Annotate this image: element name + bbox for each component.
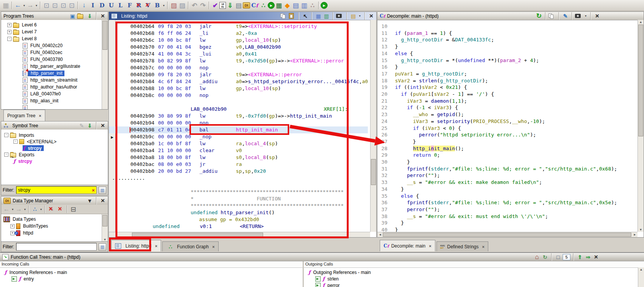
create-undefined-button[interactable]: U xyxy=(107,1,116,10)
dropdown-icon[interactable]: ▾ xyxy=(584,14,588,18)
tree-item-lab-00407fe0[interactable]: LAB_00407fe0 xyxy=(1,90,108,97)
tree-item-imports[interactable]: -Imports xyxy=(1,132,108,138)
memory-out-icon[interactable]: ⊡ xyxy=(51,1,59,10)
tree-item-level-7[interactable]: +Level 7 xyxy=(1,28,108,35)
listing-row-00402b9c[interactable]: 00402b9c00 00 00 00_nop xyxy=(109,133,368,140)
close-icon[interactable]: × xyxy=(593,254,600,261)
decompile-line-20[interactable]: 20 if (puVar1[sVar2 - 1] == '/') { xyxy=(377,91,637,97)
redo-button[interactable]: ↷ xyxy=(199,1,207,10)
decompile-header[interactable]: Cf Decompile: main - (httpd) ↻✎▾× xyxy=(377,12,644,20)
listing-row-00402b90[interactable]: 00402b9030 80 99 8flwt9,-0x7fd0(gp)=>->h… xyxy=(109,113,368,120)
dropdown-icon[interactable]: ▾ xyxy=(23,208,27,211)
listing-row[interactable] xyxy=(109,182,368,189)
edit-icon[interactable]: ✎ xyxy=(562,13,569,20)
decompile-line-25[interactable]: 25 if (iVar3 < 0) { xyxy=(377,125,637,131)
expand-toggle[interactable]: + xyxy=(7,23,12,27)
dtm-filter-input[interactable] xyxy=(16,243,97,251)
clear-filter-icon[interactable]: × xyxy=(92,187,95,193)
memory-map-button[interactable]: ▦ xyxy=(275,1,283,10)
tree-item-http-parser-argillustrate[interactable]: http_parser_argIllustrate xyxy=(1,63,108,70)
close-icon[interactable]: × xyxy=(594,13,601,20)
undo-button[interactable]: ↶ xyxy=(190,1,199,10)
tree-item--external-[interactable]: -<EXTERNAL> xyxy=(1,138,108,145)
create-byte-button[interactable]: B xyxy=(153,1,162,10)
validate-button[interactable]: ✔ xyxy=(211,1,219,10)
decompile-line-13[interactable]: 13 } xyxy=(377,43,637,50)
tree-item-entry[interactable]: entry xyxy=(0,276,303,282)
decompile-line-17[interactable]: 17 puVar1 = g_http_rootDir; xyxy=(377,71,637,77)
tree-item-level-8[interactable]: -Level 8 xyxy=(1,35,108,42)
refresh-icon[interactable]: ↻ xyxy=(535,13,542,20)
tree-item-exports[interactable]: -Exports xyxy=(1,151,108,158)
dropdown-icon[interactable]: ▾ xyxy=(39,208,43,211)
decompile-line-16[interactable]: 16 } xyxy=(377,64,637,70)
copy-icon[interactable] xyxy=(280,13,286,19)
tree-item-incoming-references-main[interactable]: Incoming References - main xyxy=(0,269,303,276)
decompile-line-15[interactable]: 15 g_http_rootDir = *(undefined **)(para… xyxy=(377,57,637,64)
windows-icon[interactable]: □ xyxy=(555,254,562,261)
memory-in-icon[interactable]: ⊡ xyxy=(42,1,51,10)
call-tree-button[interactable]: ∴ xyxy=(259,1,268,10)
listing-header[interactable]: Listing: httpd ↖▦▥▤▾× xyxy=(109,12,376,20)
program-trees-scrollbar[interactable] xyxy=(102,20,108,109)
decompile-line-27[interactable]: 27 } xyxy=(377,138,637,145)
dtm-scrollbar[interactable]: ▼ xyxy=(102,214,108,242)
remove-reference-button[interactable]: R× xyxy=(134,1,143,10)
decompile-line-39[interactable]: 39 } xyxy=(377,220,637,226)
symbol-filter-input[interactable] xyxy=(16,186,97,194)
dropdown-icon[interactable]: ▾ xyxy=(11,208,15,211)
dropdown-icon[interactable]: ▾ xyxy=(358,14,362,18)
expand-toggle[interactable]: + xyxy=(10,224,15,228)
listing-row-00402b94[interactable]: 00402b9400 00 00 00nop xyxy=(109,120,368,126)
decompile-line-30[interactable]: 30 } xyxy=(377,159,637,165)
decompile-line-24[interactable]: 24 iVar3 = setpriority(PRIO_PROCESS,__wh… xyxy=(377,118,637,125)
memory-out2-icon[interactable]: ⊡ xyxy=(68,1,76,10)
listing-row-00402bb0[interactable]: 00402bb020 00 bd 27_addiusp,sp,0x20 xyxy=(109,168,368,175)
patch-apply-icon[interactable]: ▨ xyxy=(178,1,186,10)
table-button[interactable]: ▤ xyxy=(292,1,300,10)
bookmarks-button[interactable]: ▤ xyxy=(234,1,243,10)
tree-item-data-types[interactable]: Data Types xyxy=(1,216,108,223)
forward-button[interactable]: → xyxy=(26,1,35,10)
decompile-line-40[interactable]: 40 } xyxy=(377,226,637,232)
decompile-line-22[interactable]: 22 if (-1 < iVar3) { xyxy=(377,104,637,111)
decompile-line-18[interactable]: 18 sVar2 = strlen(g_http_rootDir); xyxy=(377,77,637,84)
export-icon[interactable]: ⇒ xyxy=(585,254,591,261)
decompile-line-36[interactable]: 36 fprintf(stderr,"#file: %s;line: %d; e… xyxy=(377,199,637,206)
listing-hscrollbar[interactable] xyxy=(109,232,370,237)
decompile-line-21[interactable]: 21 iVar3 = daemon(1,1); xyxy=(377,98,637,104)
refresh-icon[interactable]: ↻ xyxy=(542,254,548,261)
listing-row-00402b84[interactable]: 00402b844c 6f 84 24_addiua0=>s_httpd_set… xyxy=(109,78,368,85)
import-results-button[interactable]: ⇓ xyxy=(226,1,234,10)
import-icon[interactable]: ⇓ xyxy=(86,122,93,129)
tree-item-builtintypes[interactable]: +BuiltInTypes xyxy=(1,223,108,230)
decompile-line-12[interactable]: 12 g_http_rootDir = &DAT_004133fc; xyxy=(377,36,637,43)
listing-row[interactable]: ........... xyxy=(109,175,368,182)
open-folder-icon[interactable] xyxy=(77,14,83,19)
expand-icon[interactable]: ⇑ xyxy=(576,254,583,261)
decompile-line-35[interactable]: 35 else { xyxy=(377,193,637,199)
new-tree-icon[interactable]: ▣ xyxy=(69,13,76,20)
memory-in2-icon[interactable]: ⊡ xyxy=(59,1,68,10)
listing-row-00402bac[interactable]: 00402bac08 00 e0 03jrra xyxy=(109,161,368,168)
listing-row[interactable]: undefined http_parser_init() xyxy=(109,209,368,216)
decompile-line-14[interactable]: 14 else { xyxy=(377,50,637,57)
close-tab-icon[interactable]: × xyxy=(39,113,41,118)
home-icon[interactable]: ⌂ xyxy=(534,254,540,261)
listing-row-00402b7c[interactable]: 00402b7c00 00 00 00nop xyxy=(109,64,368,71)
listing-row-00402b78[interactable]: 00402b78b0 82 99 8flwt9,-0x7d50(gp)=>-><… xyxy=(109,57,368,64)
decompile-line-19[interactable]: 19 if ((int)sVar2 < 0x21) { xyxy=(377,84,637,90)
listing-row-00402b6c[interactable]: 00402b6c10 00 bc 8flwgp,local_10(sp) xyxy=(109,37,368,44)
listing-row-00402b88[interactable]: 00402b8810 00 bc 8flwgp,local_10(sp) xyxy=(109,85,368,92)
symbol-tree-header[interactable]: Symbol Tree ✎⇓× xyxy=(1,121,108,130)
remove-variable-button[interactable]: V× xyxy=(143,1,153,10)
data-types-button[interactable]: Dt xyxy=(243,2,250,8)
snapshot-icon[interactable] xyxy=(336,14,342,18)
listing-row-00402ba0[interactable]: 00402ba01c 00 bf 8flwra,local_4(sp) xyxy=(109,140,368,147)
create-instruction-button[interactable]: I xyxy=(88,1,97,10)
listing-row[interactable]: ****************************************… xyxy=(109,189,368,195)
decompile-line-29[interactable]: 29 return 0; xyxy=(377,152,637,158)
filter-options-icon[interactable]: ▥ xyxy=(99,187,106,194)
tab-decompile-main[interactable]: CfDecompile: main× xyxy=(380,240,435,251)
copy-icon[interactable] xyxy=(548,13,554,19)
